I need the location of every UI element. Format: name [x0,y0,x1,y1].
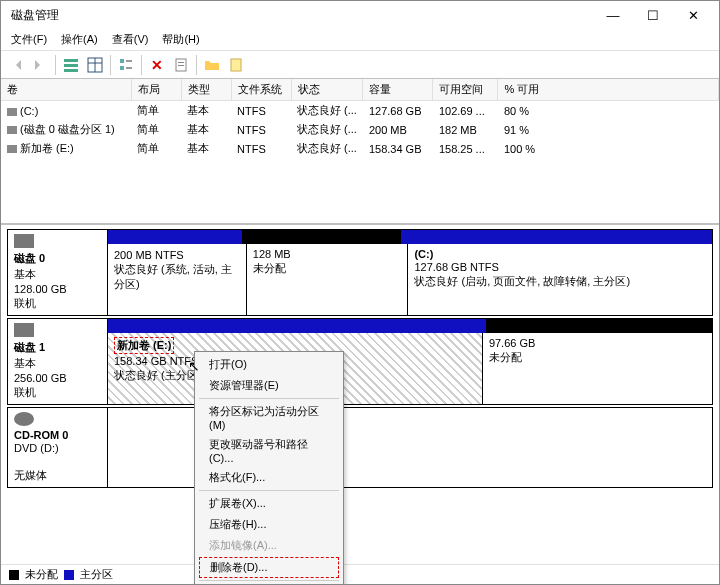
ctx-mirror: 添加镜像(A)... [195,535,343,556]
checklist-icon [118,57,134,73]
svg-rect-1 [64,64,78,67]
svg-rect-13 [231,59,241,71]
part-status: 状态良好 (系统, 活动, 主分区) [114,262,240,292]
cdrom-name: CD-ROM 0 [14,429,101,441]
col-pct[interactable]: % 可用 [498,79,719,101]
ctx-mark-active[interactable]: 将分区标记为活动分区(M) [195,401,343,434]
disk-name: 磁盘 0 [14,251,101,266]
disk-size: 256.00 GB [14,372,101,384]
properties-button[interactable] [170,54,192,76]
menu-action[interactable]: 操作(A) [61,32,98,47]
part-name: (C:) [414,248,706,260]
disk-type: 基本 [14,356,101,371]
disk-size: 128.00 GB [14,283,101,295]
note-icon [228,57,244,73]
ctx-change-letter[interactable]: 更改驱动器号和路径(C)... [195,434,343,467]
ctx-delete[interactable]: 删除卷(D)... [199,557,339,578]
ctx-format[interactable]: 格式化(F)... [195,467,343,488]
col-layout[interactable]: 布局 [131,79,181,101]
x-icon: ✕ [151,57,163,73]
col-status[interactable]: 状态 [291,79,363,101]
delete-button[interactable]: ✕ [146,54,168,76]
partition-disk0-2[interactable]: 128 MB 未分配 [246,244,408,315]
menu-file[interactable]: 文件(F) [11,32,47,47]
ctx-shrink[interactable]: 压缩卷(H)... [195,514,343,535]
properties-icon [173,57,189,73]
context-menu: 打开(O) 资源管理器(E) 将分区标记为活动分区(M) 更改驱动器号和路径(C… [194,351,344,585]
table-row[interactable]: (磁盘 0 磁盘分区 1)简单基本NTFS状态良好 (...200 MB182 … [1,120,719,139]
table-row[interactable]: 新加卷 (E:)简单基本NTFS状态良好 (...158.34 GB158.25… [1,139,719,158]
menu-help[interactable]: 帮助(H) [162,32,199,47]
ctx-explorer[interactable]: 资源管理器(E) [195,375,343,396]
help-button[interactable] [225,54,247,76]
part-size: 128 MB [253,248,402,260]
disk-row-1[interactable]: 磁盘 1 基本 256.00 GB 联机 新加卷 (E:) 158.34 GB … [7,318,713,405]
forward-button[interactable] [29,54,51,76]
cdrom-type: DVD (D:) [14,442,101,454]
part-size: 127.68 GB NTFS [414,261,706,273]
svg-rect-0 [64,59,78,62]
part-size: 97.66 GB [489,337,706,349]
toolbar: ✕ [1,51,719,79]
folder-icon [204,57,220,73]
legend-unalloc: 未分配 [25,567,58,582]
cdrom-icon [14,412,34,426]
partition-disk0-3[interactable]: (C:) 127.68 GB NTFS 状态良好 (启动, 页面文件, 故障转储… [407,244,712,315]
svg-rect-9 [126,67,132,69]
close-button[interactable]: ✕ [673,2,713,28]
legend: 未分配 主分区 [1,564,719,584]
volume-icon [7,126,17,134]
disk-state: 联机 [14,385,101,400]
ctx-extend[interactable]: 扩展卷(X)... [195,493,343,514]
volume-icon [7,108,17,116]
part-size: 200 MB NTFS [114,249,240,261]
part-status: 未分配 [253,261,402,276]
cdrom-label: CD-ROM 0 DVD (D:) 无媒体 [8,408,108,487]
svg-rect-7 [120,66,124,70]
settings-button[interactable] [115,54,137,76]
folder-button[interactable] [201,54,223,76]
window-title: 磁盘管理 [7,7,593,24]
disk-state: 联机 [14,296,101,311]
volume-table[interactable]: 卷 布局 类型 文件系统 状态 容量 可用空间 % 可用 (C:)简单基本NTF… [1,79,719,158]
partition-disk0-1[interactable]: 200 MB NTFS 状态良好 (系统, 活动, 主分区) [108,244,246,315]
table-icon [87,57,103,73]
disk-map-pane: 磁盘 0 基本 128.00 GB 联机 200 MB NTFS 状态良好 (系… [1,224,719,564]
back-button[interactable] [5,54,27,76]
window-controls: — ☐ ✕ [593,2,713,28]
cdrom-row[interactable]: CD-ROM 0 DVD (D:) 无媒体 [7,407,713,488]
legend-swatch-primary [64,570,74,580]
title-bar: 磁盘管理 — ☐ ✕ [1,1,719,29]
col-free[interactable]: 可用空间 [433,79,498,101]
legend-swatch-unalloc [9,570,19,580]
col-volume[interactable]: 卷 [1,79,131,101]
disk-name: 磁盘 1 [14,340,101,355]
volume-list-pane: 卷 布局 类型 文件系统 状态 容量 可用空间 % 可用 (C:)简单基本NTF… [1,79,719,224]
svg-rect-6 [120,59,124,63]
disk-icon [14,234,34,248]
col-capacity[interactable]: 容量 [363,79,433,101]
disk-label-1: 磁盘 1 基本 256.00 GB 联机 [8,319,108,404]
svg-rect-12 [178,65,184,66]
svg-rect-8 [126,60,132,62]
menu-view[interactable]: 查看(V) [112,32,149,47]
ctx-open[interactable]: 打开(O) [195,354,343,375]
action-menu-button[interactable] [60,54,82,76]
disk-row-0[interactable]: 磁盘 0 基本 128.00 GB 联机 200 MB NTFS 状态良好 (系… [7,229,713,316]
list-icon [63,57,79,73]
legend-primary: 主分区 [80,567,113,582]
col-type[interactable]: 类型 [181,79,231,101]
col-fs[interactable]: 文件系统 [231,79,291,101]
part-status: 状态良好 (启动, 页面文件, 故障转储, 主分区) [414,274,706,289]
table-row[interactable]: (C:)简单基本NTFS状态良好 (...127.68 GB102.69 ...… [1,101,719,121]
refresh-button[interactable] [84,54,106,76]
svg-rect-2 [64,69,78,72]
minimize-button[interactable]: — [593,2,633,28]
maximize-button[interactable]: ☐ [633,2,673,28]
part-name: 新加卷 (E:) [114,337,174,354]
menu-bar: 文件(F) 操作(A) 查看(V) 帮助(H) [1,29,719,51]
partition-disk1-2[interactable]: 97.66 GB 未分配 [482,333,712,404]
disk-label-0: 磁盘 0 基本 128.00 GB 联机 [8,230,108,315]
part-status: 未分配 [489,350,706,365]
cdrom-state: 无媒体 [14,468,101,483]
